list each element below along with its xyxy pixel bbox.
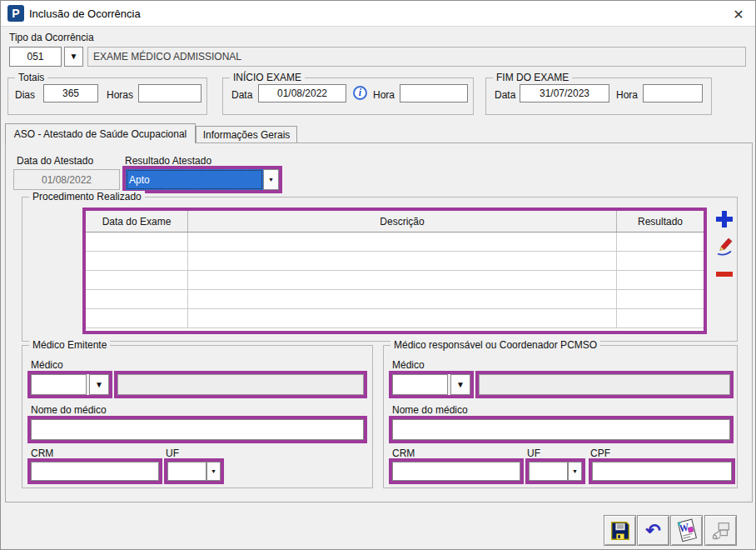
table-cell	[86, 271, 188, 289]
emitente-crm-wrap[interactable]	[27, 458, 162, 484]
window-title: Inclusão de Ocorrência	[29, 8, 141, 20]
pencil-icon	[715, 236, 734, 256]
emitente-uf-dropdown-button[interactable]: ▼	[206, 462, 221, 481]
tab-informacoes-gerais[interactable]: Informações Gerais	[196, 126, 297, 142]
inicio-data-field[interactable]	[258, 84, 346, 102]
table-cell	[617, 290, 704, 308]
app-logo-icon: P	[7, 5, 24, 22]
emitente-uf-value[interactable]	[167, 462, 206, 481]
table-row[interactable]	[86, 232, 704, 252]
emitente-nome-field[interactable]	[31, 419, 364, 440]
minus-icon	[715, 271, 734, 278]
fim-data-field[interactable]	[520, 84, 609, 102]
fim-hora-label: Hora	[616, 89, 638, 101]
data-atestado-label: Data do Atestado	[17, 155, 93, 167]
column-header-descricao: Descrição	[188, 211, 617, 232]
fim-hora-field[interactable]	[643, 84, 703, 102]
responsavel-medico-combo[interactable]: ▼	[389, 371, 474, 398]
table-cell	[86, 309, 188, 328]
medico-responsavel-group-label: Médico responsável ou Coordenador PCMSO	[390, 339, 600, 351]
fim-exame-group: FIM DO EXAME Data Hora	[485, 78, 712, 115]
table-cell	[188, 290, 617, 308]
horas-field[interactable]	[138, 84, 201, 102]
horas-label: Horas	[107, 89, 133, 101]
totais-group: Totais Dias Horas	[7, 78, 207, 115]
procedimento-table[interactable]: Data do Exame Descrição Resultado	[82, 208, 707, 334]
emitente-medico-code-field[interactable]	[31, 374, 87, 395]
add-row-button[interactable]	[714, 208, 735, 231]
totais-group-label: Totais	[15, 72, 47, 83]
emitente-nome-label: Nome do médico	[31, 404, 107, 416]
responsavel-uf-value[interactable]	[529, 462, 568, 481]
emitente-medico-desc-wrap	[114, 371, 367, 398]
info-icon[interactable]: i	[353, 86, 367, 100]
plus-icon	[715, 210, 734, 228]
medico-emitente-group-label: Médico Emitente	[29, 339, 110, 351]
sign-document-button[interactable]	[704, 515, 737, 546]
emitente-crm-label: CRM	[31, 448, 53, 459]
tab-aso[interactable]: ASO - Atestado de Saúde Ocupacional	[5, 123, 196, 143]
table-cell	[617, 252, 704, 270]
resultado-dropdown-button[interactable]: ▼	[263, 169, 279, 190]
procedimento-group: Procedimento Realizado Data do Exame Des…	[22, 197, 738, 342]
dias-field[interactable]	[43, 84, 98, 102]
tipo-ocorrencia-dropdown-button[interactable]: ▼	[64, 47, 83, 67]
procedimento-table-body[interactable]	[86, 232, 704, 331]
undo-button[interactable]: ↶	[637, 515, 669, 546]
dialog-window: P Inclusão de Ocorrência ✕ Tipo da Ocorr…	[0, 0, 756, 550]
responsavel-medico-dropdown-button[interactable]: ▼	[450, 374, 470, 395]
title-bar: P Inclusão de Ocorrência ✕	[1, 1, 755, 27]
emitente-medico-dropdown-button[interactable]: ▼	[89, 374, 109, 395]
responsavel-crm-wrap[interactable]	[389, 458, 524, 484]
responsavel-uf-label: UF	[527, 448, 540, 459]
column-header-resultado: Resultado	[617, 211, 704, 232]
responsavel-cpf-label: CPF	[590, 448, 610, 459]
word-export-button[interactable]: W	[670, 515, 703, 546]
responsavel-uf-dropdown-button[interactable]: ▼	[568, 462, 582, 481]
table-cell	[188, 252, 617, 270]
table-row[interactable]	[86, 271, 704, 290]
inicio-hora-field[interactable]	[400, 84, 468, 102]
table-row[interactable]	[86, 309, 704, 328]
procedimento-table-header: Data do Exame Descrição Resultado	[86, 211, 704, 232]
table-cell	[188, 309, 617, 328]
responsavel-crm-field[interactable]	[392, 462, 520, 481]
fim-exame-group-label: FIM DO EXAME	[493, 72, 572, 83]
inicio-hora-label: Hora	[373, 89, 395, 101]
undo-arrow-icon: ↶	[645, 522, 660, 540]
emitente-nome-wrap[interactable]	[27, 416, 367, 443]
emitente-uf-combo[interactable]: ▼	[164, 458, 224, 484]
tipo-ocorrencia-label: Tipo da Ocorrência	[9, 32, 94, 43]
responsavel-medico-desc-field	[479, 374, 730, 395]
responsavel-nome-field[interactable]	[392, 419, 730, 440]
resultado-atestado-value[interactable]: Apto	[126, 169, 263, 190]
table-cell	[86, 232, 188, 251]
responsavel-uf-combo[interactable]: ▼	[525, 458, 585, 484]
chevron-down-icon: ▼	[268, 177, 274, 182]
edit-row-button[interactable]	[714, 234, 735, 258]
responsavel-nome-label: Nome do médico	[392, 404, 468, 416]
remove-row-button[interactable]	[714, 262, 735, 286]
signature-document-icon	[709, 519, 733, 542]
tipo-ocorrencia-code-field[interactable]: 051	[9, 47, 62, 67]
table-cell	[617, 271, 704, 289]
floppy-disk-icon	[609, 519, 632, 542]
emitente-crm-field[interactable]	[31, 462, 159, 481]
responsavel-crm-label: CRM	[392, 448, 415, 459]
resultado-atestado-label: Resultado Atestado	[125, 155, 211, 167]
inicio-data-label: Data	[231, 89, 252, 101]
table-row[interactable]	[86, 252, 704, 271]
responsavel-cpf-field[interactable]	[592, 462, 732, 481]
dias-label: Dias	[15, 89, 35, 101]
responsavel-cpf-wrap[interactable]	[589, 458, 735, 484]
close-icon[interactable]: ✕	[729, 4, 749, 24]
emitente-medico-combo[interactable]: ▼	[27, 371, 112, 398]
responsavel-nome-wrap[interactable]	[389, 416, 734, 443]
table-row[interactable]	[86, 290, 704, 309]
resultado-atestado-combo[interactable]: Apto ▼	[122, 166, 282, 193]
chevron-down-icon: ▼	[70, 52, 78, 61]
chevron-down-icon: ▼	[572, 468, 578, 474]
save-button[interactable]	[604, 515, 636, 546]
emitente-medico-desc-field	[117, 374, 364, 395]
responsavel-medico-code-field[interactable]	[392, 374, 448, 395]
